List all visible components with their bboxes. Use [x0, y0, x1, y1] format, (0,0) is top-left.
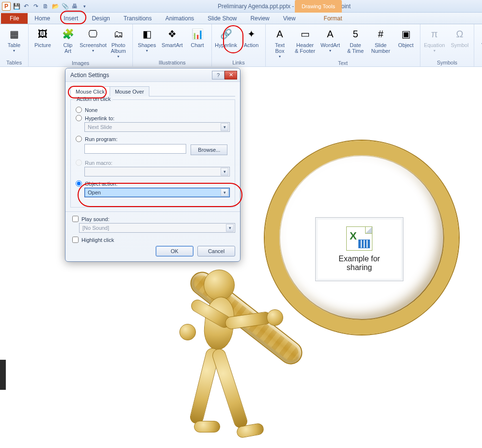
undo-icon[interactable]: ↶ — [22, 2, 30, 10]
redo-icon[interactable]: ↷ — [32, 2, 40, 10]
clip-art-icon: 🧩 — [61, 27, 75, 41]
print-icon[interactable]: 🖶 — [71, 2, 79, 10]
input-run-program[interactable] — [84, 144, 186, 154]
thumbnail-rail-fragment — [0, 360, 6, 390]
radio-run-program[interactable] — [76, 136, 82, 142]
radio-hyperlink[interactable] — [76, 115, 82, 121]
label-play-sound: Play sound: — [81, 216, 109, 222]
ribbon-smartart[interactable]: ❖SmartArt — [160, 25, 184, 53]
ribbon-date-time[interactable]: 5Date& Time — [343, 25, 368, 59]
check-play-sound[interactable] — [72, 216, 79, 222]
tab-transitions[interactable]: Transitions — [117, 13, 159, 24]
combo-sound[interactable]: [No Sound] ▾ — [79, 223, 235, 233]
ribbon-label: Chart — [191, 42, 204, 48]
date-time-icon: 5 — [348, 27, 363, 41]
dialog-help-button[interactable]: ? — [212, 71, 225, 80]
ribbon-table[interactable]: ▦Table▾ — [2, 25, 26, 53]
group-label: Media — [476, 59, 482, 66]
chevron-down-icon: ▾ — [279, 55, 281, 59]
group-label: Images — [31, 59, 130, 67]
radio-object-action[interactable] — [76, 180, 82, 187]
ribbon-label: Equation — [424, 42, 445, 48]
chevron-down-icon[interactable]: ▾ — [221, 189, 228, 196]
group-media: 🎞Video▾🔊Audio▾Media — [474, 24, 482, 66]
ribbon-clip-art[interactable]: 🧩ClipArt — [56, 25, 80, 59]
attach-icon[interactable]: 📎 — [61, 2, 69, 10]
ribbon-label: Shapes — [138, 42, 156, 48]
chevron-down-icon[interactable]: ▾ — [226, 224, 234, 232]
chart-icon: 📊 — [190, 27, 205, 41]
cancel-button[interactable]: Cancel — [197, 246, 235, 256]
hyperlink-icon: 🔗 — [219, 27, 233, 41]
picture-icon: 🖼 — [35, 27, 50, 41]
ok-button[interactable]: OK — [156, 246, 193, 256]
chevron-down-icon: ▾ — [13, 49, 15, 53]
ribbon-picture[interactable]: 🖼Picture — [31, 25, 55, 53]
ribbon-tabs: File Home Insert Design Transitions Anim… — [0, 13, 482, 24]
figure-hand-right — [267, 309, 283, 326]
ribbon-hyperlink[interactable]: 🔗Hyperlink — [214, 25, 238, 53]
smartart-icon: ❖ — [165, 27, 179, 41]
ribbon-text-box[interactable]: ATextBox▾ — [268, 25, 292, 59]
check-highlight-click[interactable] — [72, 237, 79, 243]
label-run-program: Run program: — [85, 136, 117, 142]
group-tables: ▦Table▾Tables — [0, 24, 29, 66]
embedded-excel-object[interactable]: Example for sharing — [315, 217, 403, 281]
app-icon[interactable]: P — [2, 2, 11, 11]
qat-more-icon[interactable]: ▾ — [80, 2, 88, 10]
chevron-down-icon[interactable]: ▾ — [221, 123, 228, 131]
ribbon-action[interactable]: ✦Action — [239, 25, 263, 53]
object-icon: ▣ — [399, 27, 413, 41]
group-label: Illustrations — [135, 59, 209, 66]
tab-insert[interactable]: Insert — [57, 13, 85, 24]
figure-head — [204, 270, 235, 301]
chevron-down-icon: ▾ — [329, 49, 331, 53]
dialog-close-button[interactable]: ✕ — [225, 71, 237, 80]
tab-file[interactable]: File — [1, 13, 28, 24]
ribbon-slide-number[interactable]: #SlideNumber — [369, 25, 393, 59]
save-icon[interactable]: 💾 — [13, 2, 20, 10]
ribbon-label: Table — [8, 42, 20, 48]
browse-button[interactable]: Browse... — [191, 144, 227, 155]
ribbon-screenshot[interactable]: 🖵Screenshot▾ — [81, 25, 105, 53]
ribbon-video[interactable]: 🎞Video▾ — [476, 25, 482, 53]
tab-slide-show[interactable]: Slide Show — [201, 13, 243, 24]
tab-format[interactable]: Format — [317, 13, 349, 24]
ribbon-header-footer[interactable]: ▭Header& Footer — [293, 25, 317, 59]
ribbon-chart[interactable]: 📊Chart — [185, 25, 209, 53]
title-bar: P 💾 ↶ ↷ 🗎 📂 📎 🖶 ▾ Preliminary Agenda.ppt… — [0, 0, 482, 13]
group-label: Links — [214, 59, 263, 66]
new-icon[interactable]: 🗎 — [42, 2, 49, 10]
radio-none[interactable] — [76, 107, 82, 113]
tab-design[interactable]: Design — [85, 13, 116, 24]
ribbon-object[interactable]: ▣Object — [394, 25, 418, 53]
label-run-macro: Run macro: — [85, 160, 112, 166]
label-hyperlink: Hyperlink to: — [85, 115, 114, 121]
figure-hand-left — [179, 324, 196, 340]
open-icon[interactable]: 📂 — [51, 2, 59, 10]
combo-hyperlink[interactable]: Next Slide ▾ — [84, 122, 230, 132]
symbol-icon: Ω — [452, 27, 467, 41]
ribbon-symbol: ΩSymbol — [448, 25, 472, 53]
ribbon-label: Date& Time — [347, 42, 364, 54]
tab-animations[interactable]: Animations — [159, 13, 201, 24]
group-images: 🖼Picture🧩ClipArt🖵Screenshot▾🗂PhotoAlbum▾… — [29, 24, 133, 66]
dialog-titlebar[interactable]: Action Settings ? ✕ — [65, 68, 240, 82]
figure-foot-left — [194, 421, 220, 432]
tab-view[interactable]: View — [276, 13, 303, 24]
tab-mouse-click[interactable]: Mouse Click — [70, 86, 110, 96]
group-label: Symbols — [422, 59, 472, 66]
ribbon-label: ClipArt — [64, 42, 73, 54]
window-title: Preliminary Agenda.ppt.pptx - Microsoft … — [88, 3, 480, 10]
text-box-icon: A — [273, 27, 287, 41]
ribbon-label: Symbol — [451, 42, 469, 48]
tab-home[interactable]: Home — [28, 13, 57, 24]
tab-review[interactable]: Review — [243, 13, 276, 24]
ribbon-photo-album[interactable]: 🗂PhotoAlbum▾ — [106, 25, 130, 59]
ribbon-label: TextBox — [275, 42, 285, 54]
ribbon-shapes[interactable]: ◧Shapes▾ — [135, 25, 159, 53]
combo-object-action[interactable]: Open ▾ — [84, 188, 230, 197]
ribbon-wordart[interactable]: AWordArt▾ — [318, 25, 342, 53]
tab-mouse-over[interactable]: Mouse Over — [110, 86, 149, 96]
ribbon-label: Action — [244, 42, 259, 48]
